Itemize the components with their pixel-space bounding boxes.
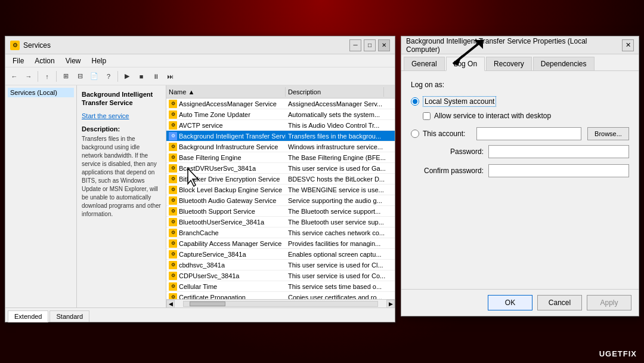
dialog-close-button[interactable]: ✕: [622, 39, 634, 51]
service-desc-cell: This is Audio Video Control Tr...: [286, 122, 395, 129]
table-row-selected[interactable]: ⚙ Background Intelligent Transfer Servic…: [166, 131, 395, 141]
table-row[interactable]: ⚙ BcastDVRUserSvc_3841a This user servic…: [166, 163, 395, 174]
info-panel-desc-label: Description:: [82, 125, 161, 133]
password-row: Password:: [423, 145, 629, 158]
toolbar-sep-3: [117, 71, 118, 82]
close-button[interactable]: ✕: [378, 39, 390, 51]
table-row[interactable]: ⚙ Bluetooth Support Service The Bluetoot…: [166, 206, 395, 217]
service-desc-cell: Service supporting the audio g...: [286, 197, 395, 204]
service-icon: ⚙: [169, 250, 177, 259]
scroll-right-button[interactable]: ▶: [386, 300, 395, 308]
password-input[interactable]: [488, 145, 629, 158]
service-name-cell: ⚙ Bluetooth Audio Gateway Service: [166, 196, 286, 205]
new-window-button[interactable]: 📄: [88, 70, 101, 83]
table-row[interactable]: ⚙ Background Infrastructure Service Wind…: [166, 141, 395, 152]
ok-button[interactable]: OK: [488, 295, 532, 310]
service-name-cell: ⚙ Auto Time Zone Updater: [166, 110, 286, 119]
up-button[interactable]: ↑: [41, 70, 54, 83]
info-panel: Background Intelligent Transfer Service …: [77, 85, 166, 307]
service-name-cell: ⚙ BitLocker Drive Encryption Service: [166, 175, 286, 183]
restart-service-button[interactable]: ⏭: [163, 70, 177, 83]
tab-extended[interactable]: Extended: [8, 310, 48, 322]
menu-view[interactable]: View: [61, 56, 86, 66]
col-header-name[interactable]: Name ▲: [166, 87, 286, 97]
service-icon: ⚙: [169, 132, 177, 140]
info-panel-description: Transfers files in the background using …: [82, 135, 161, 219]
services-title: Services: [23, 41, 51, 50]
service-name-cell: ⚙ CaptureService_3841a: [166, 250, 286, 259]
minimize-button[interactable]: ─: [349, 39, 361, 51]
col-header-desc[interactable]: Description: [286, 87, 384, 97]
maximize-button[interactable]: □: [364, 39, 376, 51]
browse-button[interactable]: Browse...: [587, 127, 629, 140]
table-row[interactable]: ⚙ BitLocker Drive Encryption Service BDE…: [166, 174, 395, 184]
service-name-cell: ⚙ CDPUserSvc_3841a: [166, 272, 286, 280]
services-list[interactable]: ⚙ AssignedAccessManager Service Assigned…: [166, 99, 395, 299]
expand-button[interactable]: ⊟: [73, 70, 86, 83]
table-row[interactable]: ⚙ Bluetooth Audio Gateway Service Servic…: [166, 195, 395, 206]
services-list-header: Name ▲ Description: [166, 85, 395, 99]
scroll-left-button[interactable]: ◀: [166, 300, 175, 308]
service-icon: ⚙: [169, 229, 177, 237]
account-input[interactable]: [476, 127, 581, 140]
table-row[interactable]: ⚙ BranchCache This service caches networ…: [166, 227, 395, 238]
confirm-password-input[interactable]: [488, 164, 629, 177]
tab-standard[interactable]: Standard: [49, 310, 89, 322]
table-row[interactable]: ⚙ Cellular Time This service sets time b…: [166, 281, 395, 292]
window-content: Services (Local) Background Intelligent …: [5, 85, 395, 307]
back-button[interactable]: ←: [8, 70, 21, 83]
table-row[interactable]: ⚙ Auto Time Zone Updater Automatically s…: [166, 109, 395, 120]
scrollbar-thumb[interactable]: [190, 302, 225, 306]
tab-dependencies[interactable]: Dependencies: [533, 57, 595, 70]
start-service-link[interactable]: Start the service: [82, 112, 161, 119]
tab-recovery[interactable]: Recovery: [486, 57, 532, 70]
nav-item-label: Services (Local): [10, 89, 57, 96]
table-row[interactable]: ⚙ Block Level Backup Engine Service The …: [166, 184, 395, 195]
local-system-radio[interactable]: [411, 97, 419, 106]
nav-item-services-local[interactable]: Services (Local): [8, 88, 74, 97]
menubar: File Action View Help: [5, 54, 395, 67]
menu-file[interactable]: File: [8, 56, 29, 66]
help-button[interactable]: ?: [102, 70, 115, 83]
service-name-cell: ⚙ Bluetooth Support Service: [166, 207, 286, 216]
table-row[interactable]: ⚙ CDPUserSvc_3841a This user service is …: [166, 270, 395, 281]
allow-desktop-checkbox[interactable]: [423, 112, 431, 120]
properties-dialog: Background Intelligent Transfer Service …: [401, 36, 639, 316]
service-name-cell-selected: ⚙ Background Intelligent Transfer Servic…: [166, 132, 286, 140]
service-icon: ⚙: [169, 282, 177, 291]
table-row[interactable]: ⚙ AVCTP service This is Audio Video Cont…: [166, 120, 395, 131]
service-icon: ⚙: [169, 293, 177, 300]
table-row[interactable]: ⚙ CaptureService_3841a Enables optional …: [166, 249, 395, 260]
table-row[interactable]: ⚙ AssignedAccessManager Service Assigned…: [166, 99, 395, 109]
horizontal-scrollbar[interactable]: ◀ ▶: [166, 299, 395, 307]
dialog-content: Log on as: Local System account Allow se…: [401, 71, 639, 289]
apply-button[interactable]: Apply: [587, 295, 631, 310]
dialog-title: Background Intelligent Transfer Service …: [406, 37, 622, 54]
table-row[interactable]: ⚙ Certificate Propagation Copies user ce…: [166, 292, 395, 299]
pause-service-button[interactable]: ⏸: [149, 70, 162, 83]
service-name-cell: ⚙ Capability Access Manager Service: [166, 239, 286, 248]
service-icon: ⚙: [169, 175, 177, 183]
scrollbar-track[interactable]: [183, 301, 378, 307]
tab-logon[interactable]: Log On: [446, 57, 485, 71]
allow-desktop-label: Allow service to interact with desktop: [434, 112, 551, 120]
show-hide-button[interactable]: ⊞: [59, 70, 72, 83]
nav-panel: Services (Local): [5, 85, 77, 307]
forward-button[interactable]: →: [22, 70, 35, 83]
service-desc-cell: Enables optional screen captu...: [286, 251, 395, 258]
cancel-button[interactable]: Cancel: [537, 295, 582, 310]
service-name-cell: ⚙ cbdhsvc_3841a: [166, 261, 286, 269]
menu-help[interactable]: Help: [87, 56, 112, 66]
table-row[interactable]: ⚙ cbdhsvc_3841a This user service is use…: [166, 260, 395, 270]
table-row[interactable]: ⚙ Base Filtering Engine The Base Filteri…: [166, 152, 395, 163]
service-desc-cell: BDESVC hosts the BitLocker D...: [286, 176, 395, 183]
menu-action[interactable]: Action: [30, 56, 59, 66]
stop-service-button[interactable]: ■: [135, 70, 148, 83]
info-panel-title: Background Intelligent Transfer Service: [82, 90, 161, 107]
table-row[interactable]: ⚙ BluetoothUserService_3841a The Bluetoo…: [166, 217, 395, 227]
table-row[interactable]: ⚙ Capability Access Manager Service Prov…: [166, 238, 395, 249]
toolbar-sep-2: [56, 71, 57, 82]
other-account-radio[interactable]: [411, 130, 419, 138]
tab-general[interactable]: General: [404, 57, 445, 70]
start-service-button[interactable]: ▶: [120, 70, 134, 83]
